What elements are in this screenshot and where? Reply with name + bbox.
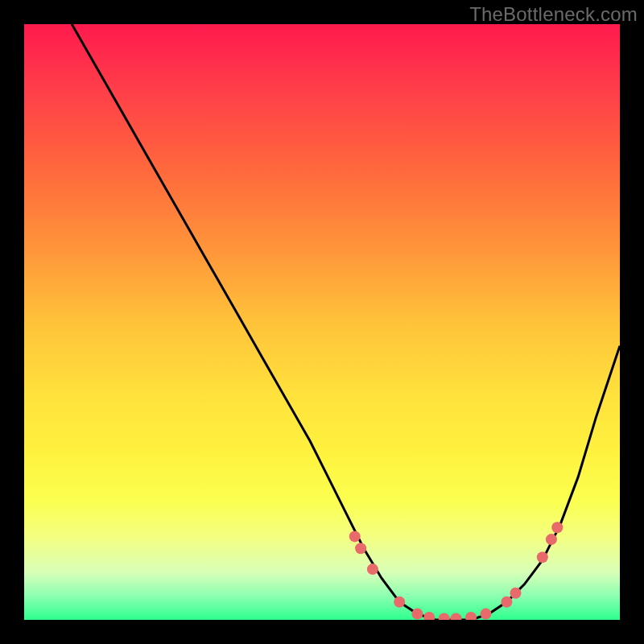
bottleneck-curve [72, 24, 620, 620]
curve-marker [510, 588, 522, 599]
curve-marker [423, 612, 435, 620]
curve-marker [394, 597, 405, 608]
curve-marker [537, 551, 548, 563]
curve-markers [349, 522, 564, 620]
curve-marker [355, 543, 366, 554]
curve-marker [465, 612, 477, 620]
curve-marker [439, 613, 450, 621]
watermark-text: TheBottleneck.com [469, 3, 638, 26]
curve-marker [551, 522, 563, 533]
chart-frame: TheBottleneck.com [0, 0, 644, 644]
curve-svg [24, 24, 620, 620]
curve-marker [546, 534, 557, 545]
curve-marker [451, 613, 462, 621]
curve-marker [481, 609, 492, 620]
plot-area [24, 24, 620, 620]
curve-marker [411, 609, 423, 620]
curve-marker [501, 597, 512, 608]
curve-marker [367, 564, 378, 575]
curve-marker [349, 530, 361, 542]
